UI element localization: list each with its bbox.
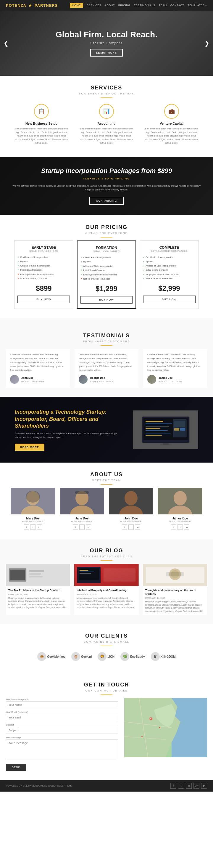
nav-contact[interactable]: CONTACT (170, 4, 184, 7)
hero-title: Global Firm. Local Reach. (56, 30, 157, 39)
service-title-2: Venture Capital (145, 122, 198, 125)
footer-social-fb[interactable]: f (170, 783, 176, 788)
about-social-li-jane[interactable]: in (86, 524, 91, 530)
footer-social-gp[interactable]: g+ (193, 783, 200, 788)
testimonial-author-2: James Doe HAPPY CUSTOMER (147, 375, 203, 384)
footer-text: POWERED BY ONE PAGE BUSINESS WORDPRESS T… (6, 784, 72, 787)
svg-rect-35 (29, 574, 41, 575)
about-social-li-john[interactable]: in (135, 524, 140, 530)
svg-rect-6 (146, 428, 161, 429)
service-desc-1: Etsi amet dise dolor, rhsi culinae ibi p… (80, 127, 133, 145)
contact-title: GET IN TOUCH (6, 682, 207, 688)
brand-partner: PARTNERS (35, 3, 58, 8)
hero-section: ❮ Global Firm. Local Reach. Startup Lawy… (0, 11, 213, 76)
plan-buy-btn-1[interactable]: BUY NOW (80, 296, 133, 304)
about-name-john: John Doe (109, 517, 153, 520)
blog-card-img-2 (143, 564, 207, 586)
about-role-jane: WEB DESIGNER (60, 520, 104, 523)
about-social-fb-john[interactable]: f (122, 524, 127, 530)
plan-name-2: Complete (143, 246, 196, 250)
plan-feature-item: Certificate of Incorporation (17, 255, 70, 259)
nav-team[interactable]: TEAM (159, 4, 167, 7)
footer-socials: f t in g+ ▶ (170, 783, 207, 788)
testimonial-role-1: HAPPY CUSTOMER (90, 380, 113, 383)
svg-rect-34 (29, 570, 44, 572)
about-role-james: WEB DESIGNER (158, 520, 202, 523)
svg-point-59 (141, 736, 143, 737)
pricing-header: OUR PRICING A PLAN FOR EVERYONE (0, 215, 213, 241)
testimonial-name-2: James Doe (158, 376, 182, 380)
about-social-li-james[interactable]: in (184, 524, 189, 530)
service-icon-2: 💼 (164, 104, 179, 119)
pricing-banner-btn[interactable]: OUR PRICING (90, 197, 123, 205)
about-social-fb-james[interactable]: f (171, 524, 176, 530)
name-input[interactable] (6, 701, 118, 708)
nav-services[interactable]: SERVICES (87, 4, 101, 7)
message-label: Your Message (6, 736, 118, 739)
nav-templates[interactable]: TEMPLATES ▾ (187, 4, 207, 7)
testimonials-sub: FROM HAPPY CUSTOMERS (6, 340, 207, 343)
about-social-tw-james[interactable]: t (178, 524, 183, 530)
send-button[interactable]: SEND (6, 764, 26, 771)
nav-testimonials[interactable]: TESTIMONIALS (134, 4, 155, 7)
testimonial-text-2: Chillwave normcore Godard tofu. We drink… (147, 353, 203, 372)
hero-prev-arrow[interactable]: ❮ (4, 40, 8, 47)
svg-rect-42 (79, 571, 94, 572)
client-name-4: K INGDOM (161, 655, 176, 658)
about-social-li-mary[interactable]: in (37, 524, 42, 530)
blog-banner-read-more-btn[interactable]: READ MORE (15, 444, 44, 451)
subject-input[interactable] (6, 727, 118, 734)
svg-rect-14 (180, 428, 185, 431)
service-title-0: New Business Setup (15, 122, 68, 125)
service-icon-1: 📊 (99, 104, 114, 119)
about-section: ABOUT US MEET THE TEAM Mary Doe WEB DESI… (0, 463, 213, 539)
about-socials-james: f t in (158, 524, 202, 530)
footer-social-tw[interactable]: t (178, 783, 184, 788)
hero-next-arrow[interactable]: ❯ (205, 40, 209, 47)
testimonial-name-0: John Doe (21, 376, 45, 380)
footer-social-yt[interactable]: ▶ (201, 783, 207, 788)
about-card-john: John Doe WEB DESIGNER f t in (109, 488, 153, 530)
contact-map (124, 698, 207, 757)
client-logo-3: 🌿 EcoBuddy (120, 652, 145, 661)
blog-post-date-0: FEBRUARY 14, 2016 (8, 593, 68, 595)
testimonial-text-0: Chillwave normcore Godard tofu. We drink… (10, 353, 66, 372)
nav-pricing[interactable]: PRICING (118, 4, 131, 7)
footer-social-li[interactable]: in (186, 783, 192, 788)
pricing-section: OUR PRICING A PLAN FOR EVERYONE Early St… (0, 215, 213, 318)
nav-about[interactable]: ABOUT (105, 4, 115, 7)
testimonials-title: TESTIMONIALS (6, 333, 207, 339)
blog-card-body-2: Thoughts and commentary on the law of st… (143, 586, 207, 615)
about-social-tw-john[interactable]: t (129, 524, 134, 530)
plan-features-1: Certificate of Incorporation Bylaws Arti… (80, 255, 133, 281)
plan-buy-btn-0[interactable]: BUY NOW (17, 296, 70, 303)
about-card-jane: Jane Doe WEB DESIGNER f t in (60, 488, 104, 530)
plan-feature-item: Certificate of Incorporation (80, 255, 133, 260)
hero-cta-button[interactable]: LEARN MORE (90, 49, 123, 57)
about-social-tw-jane[interactable]: t (79, 524, 84, 530)
plan-feature-item: Bylaws (80, 260, 133, 264)
message-input[interactable] (6, 740, 118, 760)
about-social-fb-jane[interactable]: f (73, 524, 78, 530)
services-sub: FOR EVERY STEP ON THE WAY (6, 92, 207, 95)
about-sub: MEET THE TEAM (6, 479, 207, 482)
services-divider (101, 97, 112, 98)
about-photo-mary (11, 488, 55, 515)
about-social-tw-mary[interactable]: t (30, 524, 36, 530)
email-input[interactable] (6, 714, 118, 721)
plan-complete: Complete ESTABLISHED COMPANIES Certifica… (140, 241, 199, 309)
client-name-2: LION (107, 655, 114, 658)
nav-home[interactable]: HOME (70, 3, 83, 8)
client-name-0: GeekMonkey (47, 655, 65, 658)
testimonial-avatar-0 (10, 375, 19, 384)
plan-sub-1: SMALL COMPANIES (80, 250, 133, 253)
about-social-fb-mary[interactable]: f (24, 524, 29, 530)
blog-post-title-1: Intellectual Property and Crowdfunding (77, 588, 136, 592)
pricing-sub: A PLAN FOR EVERYONE (6, 231, 207, 235)
blog-card-img-1 (74, 564, 138, 586)
plan-buy-btn-2[interactable]: BUY NOW (143, 296, 196, 303)
blog-post-title-2: Thoughts and commentary on the law of st… (145, 588, 205, 596)
blog-post-title-0: The Tax Problems in the Startup Context (8, 588, 68, 592)
pricing-banner-desc: We will get your startup formed quickly … (12, 184, 201, 192)
blog-post-date-1: FEBRUARY 14, 2016 (77, 593, 136, 595)
